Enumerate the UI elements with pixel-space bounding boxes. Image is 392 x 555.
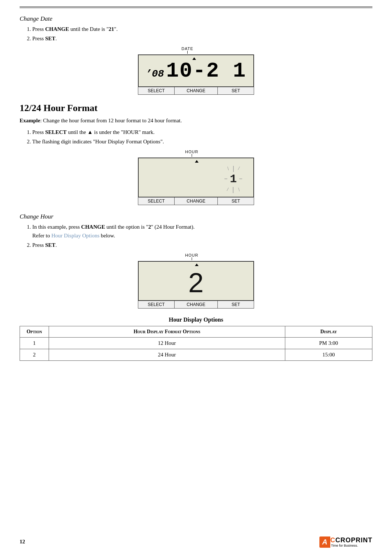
instruction-item: Press SET.: [27, 34, 372, 43]
select-button-display: SELECT: [138, 87, 175, 94]
bold-change: CHANGE: [45, 26, 69, 32]
seg-slash-tl: ∖: [226, 167, 229, 171]
hour-options-table: Option Hour Display Format Options Displ…: [20, 326, 372, 361]
change-date-title: Change Date: [20, 15, 372, 23]
change-button-display: CHANGE: [175, 87, 218, 94]
options-word: Options: [183, 329, 200, 334]
row1-display: PM 3:00: [285, 337, 372, 349]
digit-2-display: 2: [139, 263, 253, 298]
seg-slash-br: ∖: [237, 188, 240, 192]
date-lcd-arrow: [192, 57, 196, 60]
hour-label1-text: HOUR: [185, 150, 198, 154]
row1-format: 12 Hour: [49, 337, 285, 349]
hour-display1-container: HOUR ∖ | / −: [20, 150, 372, 205]
date-lcd-content: ’08 10-2 1: [146, 59, 246, 83]
row2-option: 2: [20, 349, 49, 360]
hour-segment-area: ∖ | / − 1 − / | ∖: [139, 162, 253, 193]
change-date-instructions: Press CHANGE until the Date is "21". Pre…: [27, 25, 372, 43]
instruction-item: Press CHANGE until the Date is "21".: [27, 25, 372, 33]
hour1-select-btn: SELECT: [138, 197, 175, 205]
col-display: Display: [285, 326, 372, 337]
date-lcd-box: ’08 10-2 1: [138, 54, 254, 87]
arrow-up-tri-hour1: [195, 160, 199, 163]
col-format-label: Hour Display Format Options: [134, 329, 200, 334]
hour-tick1: [192, 154, 192, 157]
example-label: Example: [20, 118, 40, 123]
row1-option: 1: [20, 337, 49, 349]
arrow-up-tri-hour2: [195, 264, 199, 266]
table-header-row: Option Hour Display Format Options Displ…: [20, 326, 372, 337]
logo-icon-box: A: [319, 536, 330, 548]
hour-label1-row: HOUR: [138, 150, 254, 158]
date-button-row: SELECT CHANGE SET: [138, 87, 254, 95]
table-heading: Hour Display Options: [20, 317, 372, 323]
date-label: DATE: [181, 46, 193, 54]
bold-set: SET: [45, 36, 55, 41]
hour1-button-row: SELECT CHANGE SET: [138, 197, 254, 205]
table-section: Hour Display Options Option Hour Display…: [20, 317, 372, 361]
logo-tagline: Time for Business.: [331, 544, 358, 548]
table-body: 1 12 Hour PM 3:00 2 24 Hour 15:00: [20, 337, 372, 360]
row2-display: 15:00: [285, 349, 372, 360]
hour-word: Hour: [134, 329, 147, 334]
example-paragraph: Example: Change the hour format from 12 …: [20, 117, 372, 125]
col-format: Hour Display Format Options: [49, 326, 285, 337]
date-value: 10-2 1: [166, 59, 246, 83]
hour1-set-btn: SET: [218, 197, 254, 205]
hour-label2: HOUR: [185, 253, 198, 260]
hour2-select-btn: SELECT: [138, 301, 175, 308]
page-number: 12: [20, 539, 25, 545]
hour2-set-btn: SET: [218, 301, 254, 308]
hour2-change-btn: CHANGE: [175, 301, 218, 308]
seg-slash-tr: /: [238, 167, 240, 171]
change-hour-title: Change Hour: [20, 213, 372, 220]
date-tick: [187, 51, 188, 54]
logo-text-wrapper: CCROPRINT Time for Business.: [330, 536, 372, 548]
seg-row-mid: − 1 −: [224, 174, 242, 185]
seg-row-top: ∖ | /: [226, 166, 240, 172]
hour1-change-btn: CHANGE: [175, 197, 218, 205]
seg-row-bot: / | ∖: [226, 187, 240, 193]
logo-icon-letter: A: [322, 538, 327, 546]
hour-lcd1-arrow: [195, 160, 199, 163]
date-label-text: DATE: [181, 46, 193, 51]
bold-21: 21: [109, 26, 114, 32]
set-button-display: SET: [218, 87, 254, 94]
arrow-up-tri-date: [192, 57, 196, 60]
table-row: 1 12 Hour PM 3:00: [20, 337, 372, 349]
logo-c: C: [330, 536, 335, 544]
table-row: 2 24 Hour 15:00: [20, 349, 372, 360]
col-option: Option: [20, 326, 49, 337]
hour-format-instructions: Press SELECT until the ▲ is under the "H…: [27, 128, 372, 146]
seg-1-display: ∖ | / − 1 − / | ∖: [224, 166, 242, 193]
seg-1-digit: 1: [230, 174, 237, 185]
year-display: ’08: [146, 68, 164, 79]
instruction-item: The flashing digit indicates "Hour Displ…: [27, 137, 372, 146]
change-date-section: Change Date Press CHANGE until the Date …: [20, 15, 372, 95]
hour-lcd2-box: 2: [138, 261, 254, 301]
row2-format: 24 Hour: [49, 349, 285, 360]
seg-slash-bl: /: [226, 188, 229, 192]
bold-2: 2: [148, 224, 151, 230]
display-word: Display Format: [147, 329, 183, 334]
instruction-item: Press SELECT until the ▲ is under the "H…: [27, 128, 372, 136]
hour-format-section: 12/24 Hour Format Example: Change the ho…: [20, 103, 372, 205]
bold-change2: CHANGE: [81, 224, 105, 230]
hour-tick2: [192, 257, 192, 260]
hour-lcd1-box: ∖ | / − 1 − / | ∖: [138, 158, 254, 197]
seg-dash-l: −: [224, 176, 228, 182]
hour-label2-text: HOUR: [185, 253, 198, 257]
hour-display-options-link[interactable]: Hour Display Options: [51, 233, 99, 238]
change-hour-section: Change Hour In this example, press CHANG…: [20, 213, 372, 361]
instruction-item: In this example, press CHANGE until the …: [27, 223, 372, 240]
seg-pipe-bot: |: [231, 187, 235, 193]
date-display-container: DATE ’08 10-2 1 SELECT CHANGE SET: [20, 46, 372, 95]
change-hour-instructions: In this example, press CHANGE until the …: [27, 223, 372, 249]
bold-set2: SET: [45, 242, 55, 248]
bold-select: SELECT: [45, 129, 66, 135]
hour-format-heading: 12/24 Hour Format: [20, 103, 372, 114]
hour2-button-row: SELECT CHANGE SET: [138, 301, 254, 309]
seg-pipe-top: |: [232, 166, 236, 172]
hour-lcd2-arrow: [195, 264, 199, 266]
seg-dash-r: −: [239, 176, 242, 182]
